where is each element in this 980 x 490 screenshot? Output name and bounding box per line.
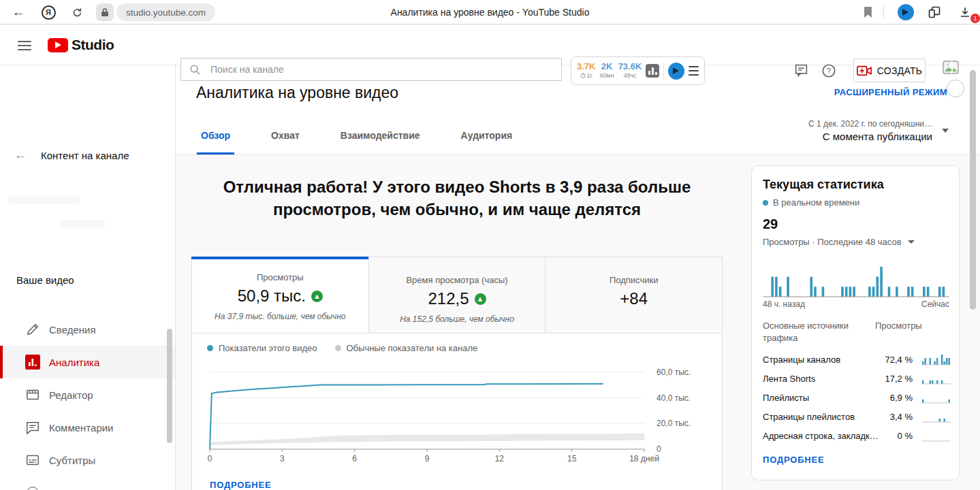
traffic-source-sparkline <box>922 409 951 424</box>
chart-legend: Показатели этого видеоОбычные показатели… <box>207 343 477 353</box>
sidebar-item-4[interactable]: Субтитры <box>0 444 176 476</box>
address-bar[interactable]: studio.youtube.com <box>116 3 215 21</box>
pencil-icon <box>25 321 41 338</box>
legend-dot-icon <box>207 345 213 351</box>
yandex-logo-icon: Я <box>42 5 56 20</box>
metric-cell-1[interactable]: Время просмотра (часы)212,5▲На 152,5 бол… <box>369 257 546 333</box>
metric-value: +84 <box>620 289 648 308</box>
help-button[interactable]: ? <box>821 63 836 81</box>
sidebar: ← Контент на канале Ваше видео СведенияА… <box>0 65 176 490</box>
tabs-panel-button[interactable] <box>925 0 944 24</box>
metric-value: 50,9 тыс. <box>238 287 306 306</box>
metric-label: Время просмотра (часы) <box>406 275 507 285</box>
yandex-browser-icon[interactable]: Я <box>38 0 59 24</box>
tabs-icon <box>928 5 941 19</box>
sidebar-item-2[interactable]: Редактор <box>0 378 176 411</box>
browser-refresh-button[interactable] <box>67 0 87 24</box>
download-icon <box>959 6 971 18</box>
see-more-link[interactable]: ПОДРОБНЕЕ <box>210 480 271 490</box>
ext-analytics-icon <box>646 64 659 78</box>
ext-menu-icon[interactable] <box>689 66 699 76</box>
traffic-sources-header: Основные источники трафика Просмотры <box>763 320 949 344</box>
broken-image-icon <box>942 59 960 76</box>
sidebar-item-label: Комментарии <box>49 422 176 434</box>
feedback-button[interactable] <box>794 63 808 80</box>
page-scrollbar[interactable] <box>970 70 976 310</box>
bookmark-button[interactable] <box>859 0 876 24</box>
your-video-label: Ваше видео <box>16 274 74 286</box>
tab-1[interactable]: Охват <box>267 126 304 154</box>
traffic-source-row-1[interactable]: Лента Shorts17,2 % <box>763 369 951 388</box>
legend-dot-icon <box>335 345 341 351</box>
metric-cell-0[interactable]: Просмотры50,9 тыс.▲На 37,9 тыс. больше, … <box>192 257 369 333</box>
sidebar-item-5[interactable]: cАвторские права <box>0 476 176 490</box>
realtime-views-caption[interactable]: Просмотры · Последние 48 часов <box>763 237 915 247</box>
tab-2[interactable]: Взаимодействие <box>336 126 424 154</box>
create-button-label: СОЗДАТЬ <box>877 65 923 76</box>
sidebar-menu: СведенияАналитикаРедакторКомментарииСубт… <box>0 313 176 490</box>
traffic-source-row-4[interactable]: Адресная строка, закладк…0 % <box>763 426 951 445</box>
metric-label: Просмотры <box>257 272 304 282</box>
create-button[interactable]: СОЗДАТЬ <box>853 59 926 82</box>
stats-extension-widget[interactable]: 3.7K 1г 2K 60мн 73.6K 48чс <box>571 56 705 85</box>
axis-left-label: 48 ч. назад <box>763 299 805 309</box>
channel-search[interactable] <box>180 58 562 81</box>
tab-3[interactable]: Аудитория <box>457 126 517 154</box>
sidebar-item-1[interactable]: Аналитика <box>0 346 176 378</box>
metric-delta: На 37,9 тыс. больше, чем обычно <box>215 312 345 321</box>
tab-0[interactable]: Обзор <box>197 126 234 154</box>
ext-mid-stat: 2K 60мн <box>599 62 614 79</box>
title-placeholder <box>61 220 106 227</box>
studio-logo[interactable]: Studio <box>48 37 114 53</box>
svg-text:15: 15 <box>567 454 577 463</box>
svg-text:20,0 тыс.: 20,0 тыс. <box>657 419 691 428</box>
realtime-bar-chart[interactable] <box>763 263 949 301</box>
traffic-source-row-2[interactable]: Плейлисты6,9 % <box>763 388 951 407</box>
bookmark-icon <box>863 6 873 18</box>
realtime-axis-labels: 48 ч. назад Сейчас <box>763 299 949 309</box>
views-line-chart[interactable]: 020,0 тыс.40,0 тыс.60,0 тыс.0369121518 д… <box>205 367 709 474</box>
traffic-source-label: Лента Shorts <box>763 374 877 384</box>
menu-button[interactable] <box>18 41 31 50</box>
downloads-button[interactable]: 1 <box>955 0 975 24</box>
sidebar-back-row[interactable]: ← Контент на канале <box>0 145 176 165</box>
profile-avatar-broken[interactable] <box>942 59 960 79</box>
browser-back-button[interactable]: ← <box>8 0 29 24</box>
feedback-icon <box>794 63 808 78</box>
traffic-source-row-0[interactable]: Страницы каналов72,4 % <box>763 350 951 369</box>
svg-text:?: ? <box>827 67 831 75</box>
search-input[interactable] <box>210 64 553 75</box>
metric-strip: Просмотры50,9 тыс.▲На 37,9 тыс. больше, … <box>192 257 722 333</box>
browser-profile-avatar[interactable] <box>896 0 915 24</box>
ext-views-value: 3.7K <box>577 62 595 72</box>
sidebar-item-label: Авторские права <box>49 487 176 490</box>
traffic-header-right: Просмотры <box>875 320 922 344</box>
realtime-views-value: 29 <box>763 216 778 232</box>
sidebar-scrollbar[interactable] <box>167 329 172 443</box>
clapper-icon <box>25 387 41 403</box>
advanced-mode-link[interactable]: РАСШИРЕННЫЙ РЕЖИМ <box>834 87 947 97</box>
ext-views-stat: 3.7K 1г <box>577 62 595 79</box>
realtime-see-more-link[interactable]: ПОДРОБНЕЕ <box>763 455 824 465</box>
site-security-lock[interactable] <box>96 3 114 21</box>
date-range-picker[interactable]: С 1 дек. 2022 г. по сегодняшни… С момент… <box>808 119 949 142</box>
channel-avatar-icon <box>898 4 914 20</box>
traffic-source-row-3[interactable]: Страницы плейлистов3,4 % <box>763 407 951 426</box>
back-arrow-icon[interactable]: ← <box>0 148 41 163</box>
profile-ring <box>947 80 964 97</box>
traffic-source-label: Страницы каналов <box>763 355 877 365</box>
date-range-sub: С 1 дек. 2022 г. по сегодняшни… <box>808 119 932 129</box>
subtitles-icon <box>25 452 41 468</box>
sidebar-item-3[interactable]: Комментарии <box>0 411 176 444</box>
sidebar-item-0[interactable]: Сведения <box>0 313 176 346</box>
toolbar-divider <box>883 6 884 18</box>
svg-text:0: 0 <box>657 444 661 454</box>
traffic-source-sparkline <box>922 390 951 405</box>
realtime-live-row: В реальном времени <box>763 197 859 208</box>
copyright-icon: c <box>25 485 41 490</box>
traffic-sources-list: Страницы каналов72,4 %Лента Shorts17,2 %… <box>763 350 951 445</box>
axis-right-label: Сейчас <box>921 299 949 309</box>
metric-cell-2[interactable]: Подписчики+84 <box>546 257 722 333</box>
studio-logo-text: Studio <box>72 37 114 53</box>
analytics-tabs: ОбзорОхватВзаимодействиеАудитория <box>176 126 516 154</box>
